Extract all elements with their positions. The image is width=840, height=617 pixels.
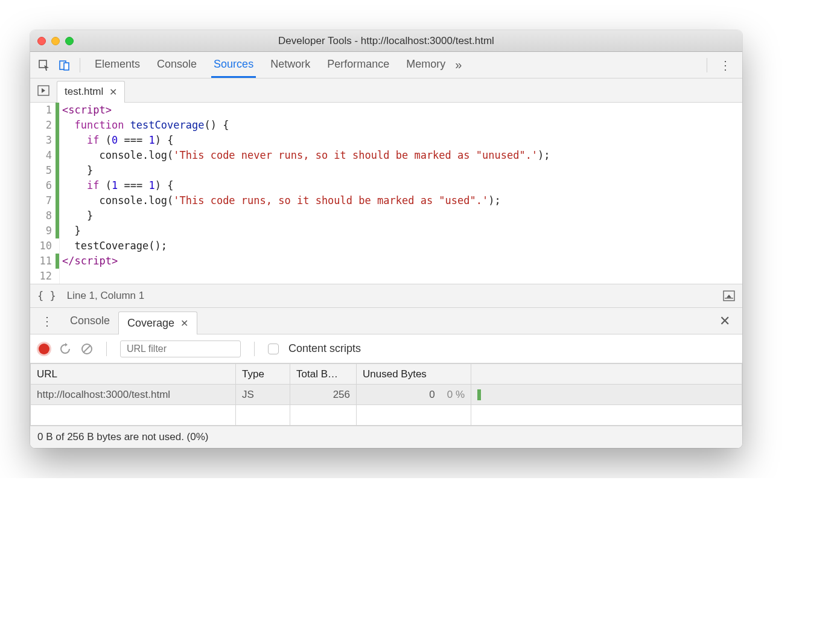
usage-bar (477, 389, 481, 400)
minimize-window-button[interactable] (51, 37, 60, 45)
gutter-line[interactable]: 8 (30, 208, 59, 223)
code-line[interactable]: console.log('This code runs, so it shoul… (62, 193, 742, 208)
code-line[interactable]: if (1 === 1) { (62, 178, 742, 193)
gutter-line[interactable]: 1 (30, 103, 59, 118)
line-gutter: 123456789101112 (30, 103, 60, 284)
gutter-line[interactable]: 12 (30, 269, 59, 284)
coverage-marker (56, 238, 59, 254)
coverage-row-empty (31, 405, 742, 426)
col-total[interactable]: Total B… (290, 364, 357, 385)
line-number: 3 (30, 133, 56, 148)
pretty-print-icon[interactable]: { } (37, 290, 56, 302)
coverage-marker (56, 103, 59, 118)
file-tab-test-html[interactable]: test.html ✕ (57, 81, 125, 103)
window-controls (37, 37, 74, 45)
record-button[interactable] (39, 344, 49, 354)
line-number: 7 (30, 193, 56, 208)
code-line[interactable]: </script> (62, 254, 742, 269)
panel-tab-console[interactable]: Console (154, 52, 199, 78)
reload-icon[interactable] (59, 343, 71, 355)
close-tab-icon[interactable]: ✕ (109, 86, 117, 98)
gutter-line[interactable]: 6 (30, 178, 59, 193)
gutter-line[interactable]: 10 (30, 238, 59, 254)
coverage-marker (56, 254, 59, 269)
code-line[interactable]: <script> (62, 103, 742, 118)
titlebar: Developer Tools - http://localhost:3000/… (30, 30, 742, 52)
table-header-row: URL Type Total B… Unused Bytes (31, 364, 742, 385)
panel-tab-performance[interactable]: Performance (325, 52, 392, 78)
coverage-marker (56, 269, 59, 284)
coverage-marker (56, 133, 59, 148)
drawer-tab-console[interactable]: Console (62, 308, 118, 334)
coverage-marker (56, 118, 59, 133)
drawer-tab-label: Coverage (127, 317, 174, 330)
cell-unused: 00 % (357, 385, 471, 405)
line-number: 6 (30, 178, 56, 193)
toggle-panel-icon[interactable] (723, 290, 735, 301)
show-navigator-icon[interactable] (30, 85, 57, 96)
code-line[interactable]: } (62, 223, 742, 238)
cell-type: JS (236, 385, 290, 405)
line-number: 10 (30, 238, 56, 254)
line-number: 8 (30, 208, 56, 223)
line-number: 4 (30, 148, 56, 163)
line-number: 2 (30, 118, 56, 133)
drawer-tab-coverage[interactable]: Coverage✕ (118, 312, 197, 334)
gutter-line[interactable]: 11 (30, 254, 59, 269)
coverage-marker (56, 178, 59, 193)
devtools-window: Developer Tools - http://localhost:3000/… (30, 30, 742, 448)
panel-tab-memory[interactable]: Memory (404, 52, 448, 78)
gutter-line[interactable]: 7 (30, 193, 59, 208)
code-line[interactable]: function testCoverage() { (62, 118, 742, 133)
gutter-line[interactable]: 9 (30, 223, 59, 238)
source-editor[interactable]: 123456789101112 <script> function testCo… (30, 103, 742, 284)
code-line[interactable]: } (62, 208, 742, 223)
gutter-line[interactable]: 2 (30, 118, 59, 133)
drawer-menu-icon[interactable]: ⋮ (34, 314, 60, 328)
content-scripts-label: Content scripts (288, 342, 361, 355)
code-line[interactable]: testCoverage(); (62, 238, 742, 254)
gutter-line[interactable]: 5 (30, 163, 59, 178)
code-line[interactable]: console.log('This code never runs, so it… (62, 148, 742, 163)
svg-rect-2 (64, 63, 69, 70)
line-number: 12 (30, 269, 56, 284)
settings-menu-icon[interactable]: ⋮ (713, 58, 737, 72)
coverage-marker (56, 223, 59, 238)
line-number: 9 (30, 223, 56, 238)
col-unused[interactable]: Unused Bytes (357, 364, 471, 385)
coverage-row[interactable]: http://localhost:3000/test.htmlJS25600 % (31, 385, 742, 405)
cursor-position: Line 1, Column 1 (67, 290, 145, 302)
code-line[interactable]: } (62, 163, 742, 178)
coverage-toolbar: Content scripts (30, 334, 742, 363)
line-number: 1 (30, 103, 56, 118)
coverage-marker (56, 193, 59, 208)
gutter-line[interactable]: 3 (30, 133, 59, 148)
url-filter-input[interactable] (120, 340, 241, 357)
content-scripts-checkbox[interactable] (268, 344, 279, 354)
coverage-marker (56, 208, 59, 223)
coverage-table: URL Type Total B… Unused Bytes http://lo… (30, 363, 742, 426)
cell-url: http://localhost:3000/test.html (31, 385, 236, 405)
close-window-button[interactable] (37, 37, 46, 45)
inspect-element-icon[interactable] (35, 56, 53, 74)
line-number: 11 (30, 254, 56, 269)
device-toolbar-icon[interactable] (56, 56, 74, 74)
code-line[interactable]: if (0 === 1) { (62, 133, 742, 148)
col-bar[interactable] (471, 364, 742, 385)
close-drawer-tab-icon[interactable]: ✕ (180, 318, 188, 329)
panel-tab-sources[interactable]: Sources (211, 52, 256, 78)
panel-tab-network[interactable]: Network (268, 52, 313, 78)
panel-tab-elements[interactable]: Elements (92, 52, 142, 78)
close-drawer-icon[interactable]: ✕ (711, 313, 739, 329)
more-panels-icon[interactable]: » (455, 58, 462, 72)
coverage-marker (56, 163, 59, 178)
clear-icon[interactable] (81, 343, 93, 355)
gutter-line[interactable]: 4 (30, 148, 59, 163)
svg-line-7 (84, 345, 91, 352)
col-type[interactable]: Type (236, 364, 290, 385)
cell-bar (471, 385, 742, 405)
col-url[interactable]: URL (31, 364, 236, 385)
zoom-window-button[interactable] (65, 37, 74, 45)
window-title: Developer Tools - http://localhost:3000/… (36, 35, 736, 47)
code-content[interactable]: <script> function testCoverage() { if (0… (60, 103, 742, 284)
